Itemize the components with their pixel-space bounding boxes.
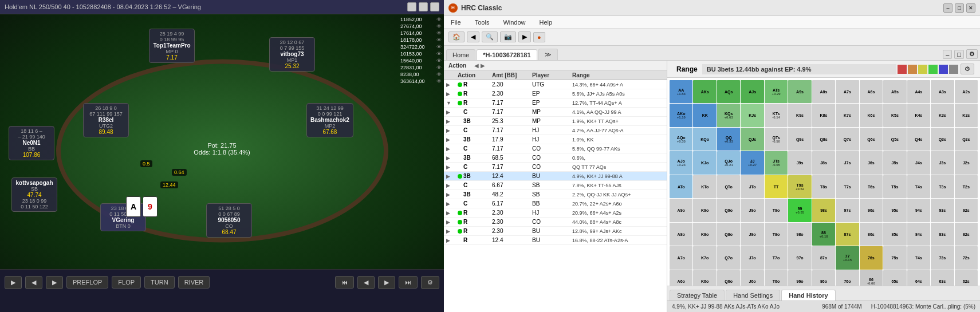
range-cell[interactable]: KQo [693, 128, 716, 151]
range-cell[interactable]: QJo+0.21 [717, 151, 740, 174]
hrc-minimize-button[interactable]: – [943, 3, 953, 13]
range-cell[interactable]: 76s [860, 246, 883, 269]
range-cell[interactable]: Q9o [717, 199, 740, 222]
range-cell[interactable]: J4s [907, 151, 930, 174]
range-cell[interactable]: T7s [836, 175, 859, 198]
range-cell[interactable]: K4s [907, 104, 930, 127]
range-cell[interactable]: A6o [670, 270, 692, 286]
action-row[interactable]: ▶ 3B 25.3 MP 1.9%, KK+ TT AQs+ [444, 117, 667, 126]
range-cell[interactable]: 95s [883, 199, 906, 222]
action-row[interactable]: ▶ 3B 48.2 SB 2.2%, QQ-JJ KK JJ AQs+ [444, 190, 667, 199]
toolbar-back-button[interactable]: ◀ [467, 31, 479, 42]
tab-strategy-table[interactable]: Strategy Table [670, 290, 725, 301]
range-cell[interactable]: T9s+0.62 [788, 175, 811, 198]
range-cell[interactable]: QQ+0.33 [717, 128, 740, 151]
color-btn-yellow[interactable] [918, 65, 927, 74]
menu-help[interactable]: Help [537, 18, 555, 27]
range-cell[interactable]: Q6s [860, 128, 883, 151]
range-cell[interactable]: A7o [670, 246, 692, 269]
range-cell[interactable]: 83s [931, 223, 954, 246]
range-cell[interactable]: Q5s [883, 128, 906, 151]
range-cell[interactable]: KK [693, 104, 716, 127]
range-cell[interactable]: AJo+0.23 [670, 151, 692, 174]
range-cell[interactable]: A5s [883, 80, 906, 103]
preflop-button[interactable]: PREFLOP [66, 276, 108, 289]
range-cell[interactable]: Q7o [717, 246, 740, 269]
range-cell[interactable]: QJs [741, 128, 763, 151]
river-button[interactable]: RIVER [178, 276, 210, 289]
range-cell[interactable]: AQs [717, 80, 740, 103]
range-cell[interactable]: 97s [836, 199, 859, 222]
range-cell[interactable]: 76o [836, 270, 859, 286]
range-cell[interactable]: T3s [931, 175, 954, 198]
range-cell[interactable]: 62s [955, 270, 978, 286]
action-table-body[interactable]: ▶ R 2.30 UTG 14.3%, 66+ 44 A9s+ A ▶ R 2.… [444, 80, 667, 312]
range-cell[interactable]: KQs+0.63 [717, 104, 740, 127]
tab-option-3[interactable]: ⚙ [966, 49, 978, 59]
range-cell[interactable]: T8o [765, 223, 788, 246]
range-cell[interactable]: A8s [812, 80, 835, 103]
toolbar-home-button[interactable]: 🏠 [448, 31, 465, 42]
range-cell[interactable]: 82s [955, 223, 978, 246]
range-cell[interactable]: Q3s [931, 128, 954, 151]
range-cell[interactable]: K5s [883, 104, 906, 127]
range-cell[interactable]: 84s [907, 223, 930, 246]
range-cell[interactable]: Q7s [836, 128, 859, 151]
range-cell[interactable]: 73s [931, 246, 954, 269]
range-cell[interactable]: AQo+0.35 [670, 128, 692, 151]
range-cell[interactable]: J7s [836, 151, 859, 174]
action-row[interactable]: ▶ R 2.30 UTG 14.3%, 66+ 44 A9s+ A [444, 80, 667, 89]
menu-file[interactable]: File [448, 18, 463, 27]
toolbar-camera-button[interactable]: 📷 [500, 31, 516, 42]
range-cell[interactable]: A4s [907, 80, 930, 103]
range-cell[interactable]: 96o [788, 270, 811, 286]
range-cell[interactable]: 97o [788, 246, 811, 269]
close-button[interactable]: ✕ [430, 2, 439, 11]
range-cell[interactable]: K7o [693, 246, 716, 269]
range-cell[interactable]: AKo+1.10 [670, 104, 692, 127]
menu-tools[interactable]: Tools [473, 18, 492, 27]
range-cell[interactable]: 98o [788, 223, 811, 246]
tab-more[interactable]: ≫ [538, 49, 558, 60]
prev-hand-button[interactable]: ◀ [357, 276, 375, 289]
range-cell[interactable]: 72s [955, 246, 978, 269]
range-cell[interactable]: 77+0.15 [836, 246, 859, 269]
maximize-button[interactable]: □ [419, 2, 428, 11]
range-cell[interactable]: K8s [812, 104, 835, 127]
range-cell[interactable]: T7o [765, 246, 788, 269]
range-cell[interactable]: T6s [860, 175, 883, 198]
tab-home[interactable]: Home [446, 49, 475, 60]
tab-hand-settings[interactable]: Hand Settings [726, 290, 780, 301]
range-cell[interactable]: TT [765, 175, 788, 198]
action-row[interactable]: ▶ C 7.17 MP 4.1%, AA QQ-JJ 99 A [444, 108, 667, 117]
menu-window[interactable]: Window [501, 18, 528, 27]
color-btn-blue[interactable] [939, 65, 948, 74]
range-settings-button[interactable]: ⚙ [961, 64, 974, 74]
range-cell[interactable]: A6s [860, 80, 883, 103]
range-cell[interactable]: 87o [812, 246, 835, 269]
range-cell[interactable]: Q8o [717, 223, 740, 246]
range-cell[interactable]: 86s [860, 223, 883, 246]
range-cell[interactable]: 96s [860, 199, 883, 222]
range-cell[interactable]: JTo [741, 175, 763, 198]
range-cell[interactable]: AJs [741, 80, 763, 103]
color-btn-green[interactable] [928, 65, 938, 74]
action-row[interactable]: ▶ 3B 12.4 BU 4.9%, KK+ JJ 99-88 A [444, 172, 667, 181]
action-row[interactable]: ▶ 3B 68.5 CO 0.6%, [444, 153, 667, 163]
range-cell[interactable]: JTs-0.05 [765, 151, 788, 174]
range-cell[interactable]: J6s [860, 151, 883, 174]
range-cell[interactable]: J6o [741, 270, 763, 286]
last-hand-button[interactable]: ⏭ [399, 276, 418, 289]
range-cell[interactable]: T2s [955, 175, 978, 198]
range-cell[interactable]: J3s [931, 151, 954, 174]
action-row[interactable]: ▶ R 2.30 BU 12.8%, 99+ AJs+ AKc [444, 227, 667, 236]
range-cell[interactable]: 74s [907, 246, 930, 269]
range-cell[interactable]: J5s [883, 151, 906, 174]
range-cell[interactable]: T8s [812, 175, 835, 198]
flop-button[interactable]: FLOP [112, 276, 141, 289]
first-hand-button[interactable]: ⏮ [335, 276, 354, 289]
range-cell[interactable]: 65s [883, 270, 906, 286]
range-cell[interactable]: K6o [693, 270, 716, 286]
range-cell[interactable]: 75s [883, 246, 906, 269]
range-cell[interactable]: 64s [907, 270, 930, 286]
